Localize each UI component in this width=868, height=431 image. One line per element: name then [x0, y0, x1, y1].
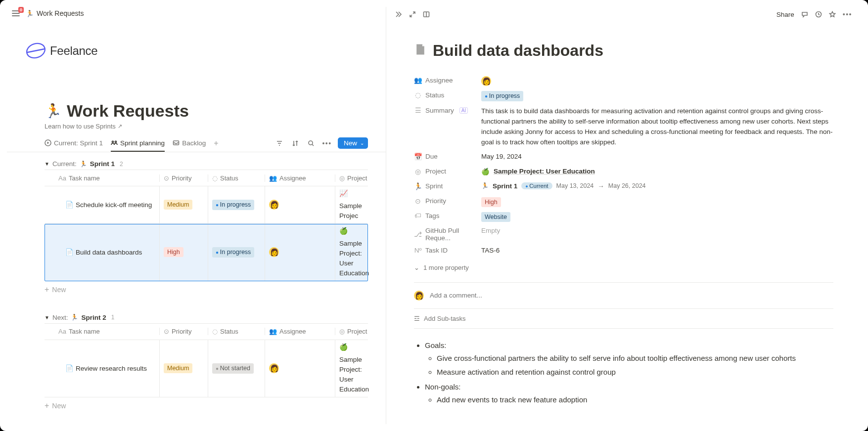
priority-cell[interactable]: Medium: [159, 186, 208, 223]
project-emoji: 🍏: [481, 168, 490, 175]
tab-backlog[interactable]: Backlog: [173, 139, 206, 152]
column-header-name[interactable]: Aa Task name: [45, 174, 159, 182]
text-icon: ☰: [414, 106, 422, 114]
avatar: [414, 291, 424, 301]
new-button[interactable]: New ⌄: [338, 137, 368, 149]
collapse-panel-button[interactable]: [395, 11, 402, 18]
prop-label: Summary: [425, 107, 454, 114]
tab-sprint-planning[interactable]: Sprint planning: [111, 139, 165, 152]
sprints-help-link[interactable]: Learn how to use Sprints: [45, 123, 116, 130]
column-header-name[interactable]: Aa Task name: [45, 328, 159, 335]
peek-mode-button[interactable]: [423, 11, 430, 18]
tab-current-sprint[interactable]: Current: Sprint 1: [45, 139, 103, 152]
assignee-cell[interactable]: [265, 340, 335, 397]
prop-label: Due: [425, 153, 438, 160]
list-item: Add new events to track new feature adop…: [437, 393, 833, 407]
detail-title[interactable]: Build data dashboards: [433, 42, 603, 60]
column-header-project[interactable]: ◎ Project: [335, 174, 371, 182]
favorite-button[interactable]: [829, 11, 836, 18]
due-value[interactable]: May 19, 2024: [481, 153, 833, 160]
task-name[interactable]: Review research results: [76, 365, 147, 372]
add-subtasks-button[interactable]: ☲ Add Sub-tasks: [414, 309, 833, 329]
sort-button[interactable]: [290, 138, 300, 148]
column-header-assignee[interactable]: 👥 Assignee: [265, 328, 335, 335]
running-icon: 🏃: [481, 182, 489, 189]
column-header-status[interactable]: ◌ Status: [208, 174, 265, 182]
calendar-icon: 📅: [414, 153, 422, 161]
avatar: [481, 76, 491, 86]
prop-label: GitHub Pull Reque...: [425, 227, 481, 242]
assignee-cell[interactable]: [265, 224, 335, 281]
tab-label: Current: Sprint 1: [54, 139, 103, 147]
document-content[interactable]: Goals: Give cross-functional partners th…: [414, 329, 833, 408]
priority-cell[interactable]: High: [159, 224, 208, 281]
status-value[interactable]: In progress: [481, 91, 833, 101]
expand-button[interactable]: [409, 11, 416, 18]
page-icon[interactable]: [414, 43, 427, 59]
status-cell[interactable]: In progress: [208, 224, 265, 281]
avatar: [269, 200, 279, 210]
list-icon: ☲: [414, 315, 420, 322]
more-properties-toggle[interactable]: ⌄ 1 more property: [414, 259, 833, 276]
play-icon: [45, 139, 51, 146]
updates-button[interactable]: [815, 11, 822, 18]
group-header[interactable]: ▼ Current: 🏃 Sprint 1 2: [45, 158, 368, 170]
project-cell[interactable]: 📈Sample Projec: [335, 186, 368, 223]
tags-value[interactable]: Website: [481, 212, 833, 222]
filter-button[interactable]: [274, 138, 284, 148]
new-row-button[interactable]: +New: [45, 397, 368, 414]
status-cell[interactable]: Not started: [208, 340, 265, 397]
prop-label: Project: [425, 168, 446, 175]
project-value[interactable]: 🍏 Sample Project: User Education: [481, 168, 833, 175]
prop-label: Status: [425, 91, 444, 99]
inbox-icon: [173, 139, 180, 146]
taskid-value[interactable]: TAS-6: [481, 247, 833, 254]
task-name[interactable]: Schedule kick-off meeting: [76, 201, 152, 209]
task-name[interactable]: Build data dashboards: [76, 249, 142, 256]
sprint-value[interactable]: 🏃 Sprint 1 Current May 13, 2024 → May 26…: [481, 182, 833, 190]
notification-badge: 0: [18, 7, 24, 13]
workspace-logo: Feelance: [25, 40, 368, 62]
table-row[interactable]: 📄Review research results Medium Not star…: [45, 340, 368, 397]
comment-input[interactable]: [430, 292, 833, 299]
running-icon: 🏃: [414, 182, 422, 190]
disclosure-icon: ▼: [45, 315, 49, 320]
prop-label: Task ID: [425, 247, 448, 254]
status-icon: ◌: [414, 91, 422, 99]
more-menu-button[interactable]: •••: [843, 10, 852, 18]
project-cell[interactable]: 🍏Sample Project: User Education: [335, 224, 373, 281]
tag-icon: 🏷: [414, 212, 422, 219]
priority-cell[interactable]: Medium: [159, 340, 208, 397]
assignee-cell[interactable]: [265, 186, 335, 223]
breadcrumb[interactable]: 🏃 Work Requests: [26, 9, 84, 17]
prop-label: Assignee: [425, 77, 453, 84]
assignee-value[interactable]: [481, 76, 833, 86]
table-row[interactable]: 📄Schedule kick-off meeting Medium In pro…: [45, 186, 368, 224]
search-button[interactable]: [306, 138, 316, 148]
sidebar-toggle[interactable]: 0: [11, 9, 21, 18]
page-title: Work Requests: [67, 101, 189, 121]
comments-button[interactable]: [801, 11, 808, 18]
priority-value[interactable]: High: [481, 197, 833, 207]
column-header-status[interactable]: ◌ Status: [208, 328, 265, 335]
group-header[interactable]: ▼ Next: 🏃 Sprint 2 1: [45, 312, 368, 323]
svg-point-3: [112, 141, 113, 142]
add-view-button[interactable]: +: [214, 139, 218, 152]
table-row[interactable]: 📄Build data dashboards High In progress …: [45, 224, 368, 281]
share-button[interactable]: Share: [777, 11, 794, 18]
column-header-priority[interactable]: ⊙ Priority: [159, 174, 208, 182]
avatar: [269, 247, 279, 257]
number-icon: Nº: [414, 247, 422, 254]
priority-icon: ⊙: [414, 197, 422, 205]
status-cell[interactable]: In progress: [208, 186, 265, 223]
github-value[interactable]: Empty: [481, 227, 833, 234]
people-icon: [111, 139, 118, 146]
new-row-button[interactable]: +New: [45, 281, 368, 298]
column-header-assignee[interactable]: 👥 Assignee: [265, 174, 335, 182]
column-header-priority[interactable]: ⊙ Priority: [159, 328, 208, 335]
summary-value[interactable]: This task is to build data dashboards fo…: [481, 106, 833, 148]
chevron-down-icon: ⌄: [360, 140, 364, 146]
more-options-button[interactable]: •••: [322, 138, 332, 148]
project-cell[interactable]: 🍏Sample Project: User Education: [335, 340, 373, 397]
column-header-project[interactable]: ◎ Project: [335, 328, 371, 335]
